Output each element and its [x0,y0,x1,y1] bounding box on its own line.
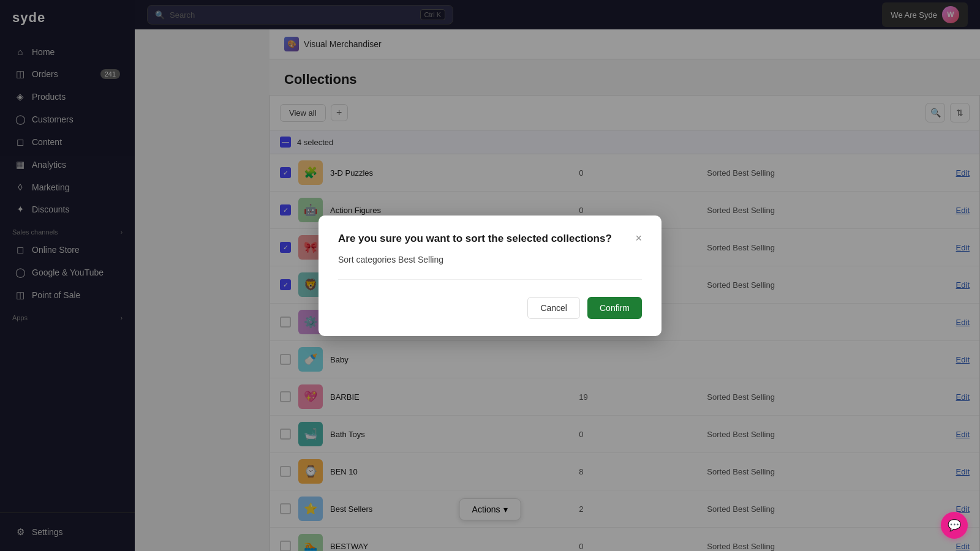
modal-header: Are you sure you want to sort the select… [338,233,642,245]
modal-close-button[interactable]: × [635,233,642,244]
modal-body: Sort categories Best Selling [338,255,642,280]
support-button[interactable]: 💬 [941,512,968,539]
support-icon: 💬 [948,519,961,532]
confirm-modal: Are you sure you want to sort the select… [318,216,662,336]
cancel-button[interactable]: Cancel [527,297,580,319]
confirm-button[interactable]: Confirm [587,297,642,319]
modal-footer: Cancel Confirm [338,297,642,319]
modal-title: Are you sure you want to sort the select… [338,233,635,245]
modal-overlay: Are you sure you want to sort the select… [0,0,980,551]
